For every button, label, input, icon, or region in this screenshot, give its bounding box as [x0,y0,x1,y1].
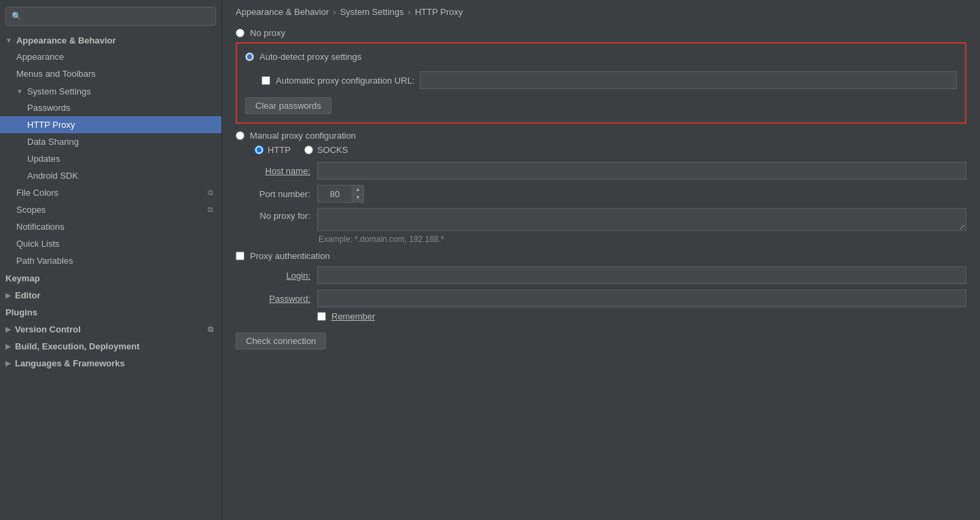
sidebar-item-scopes[interactable]: Scopes ⧉ [0,201,221,218]
port-input-wrap[interactable]: 80 ▲ ▼ [317,185,364,203]
socks-label: SOCKS [317,145,348,155]
auto-detect-box: Auto-detect proxy settings Automatic pro… [236,42,966,124]
sidebar-item-keymap[interactable]: Keymap [0,269,221,286]
sidebar-item-label: HTTP Proxy [27,120,75,130]
collapse-arrow: ▶ [5,292,11,299]
remember-row[interactable]: Remember [236,309,966,324]
sidebar-item-plugins[interactable]: Plugins [0,303,221,320]
proxy-auth-row[interactable]: Proxy authentication [236,247,966,262]
sidebar-section-label: Appearance & Behavior [16,35,116,46]
port-number-input[interactable]: 80 [318,187,352,201]
sidebar-item-version-control[interactable]: ▶ Version Control ⧉ [0,320,221,337]
sidebar: 🔍 ▼ Appearance & Behavior Appearance Men… [0,0,222,520]
no-proxy-for-wrap: ⤢ [317,208,966,233]
auto-config-url-label: Automatic proxy configuration URL: [276,75,414,86]
sidebar-item-label: Passwords [27,103,71,113]
password-input[interactable] [317,290,966,307]
port-number-label: Port number: [236,189,310,199]
collapse-arrow: ▶ [5,343,11,350]
manual-proxy-radio[interactable] [236,131,244,140]
sidebar-item-label: Build, Execution, Deployment [15,341,139,351]
clear-passwords-button[interactable]: Clear passwords [245,97,331,114]
manual-proxy-row[interactable]: Manual proxy configuration [236,129,966,142]
search-icon: 🔍 [12,12,22,21]
login-row: Login: [236,262,966,285]
sidebar-item-file-colors[interactable]: File Colors ⧉ [0,184,221,201]
settings-icon: ⧉ [208,205,213,214]
no-proxy-radio[interactable] [236,29,244,37]
breadcrumb-sep1: › [333,7,335,17]
sidebar-item-passwords[interactable]: Passwords [0,99,221,116]
login-input[interactable] [317,266,966,284]
socks-option[interactable]: SOCKS [304,145,348,155]
sidebar-item-label: Quick Lists [16,239,60,249]
main-panel: Appearance & Behavior › System Settings … [222,0,980,520]
sidebar-item-languages-frameworks[interactable]: ▶ Languages & Frameworks [0,354,221,371]
settings-icon: ⧉ [208,188,213,197]
no-proxy-for-label: No proxy for: [236,208,310,221]
host-name-row: Host name: [236,158,966,181]
sidebar-item-editor[interactable]: ▶ Editor [0,286,221,303]
remember-label: Remember [331,311,375,322]
check-connection-button[interactable]: Check connection [236,332,326,349]
collapse-arrow: ▶ [5,326,11,333]
sidebar-item-build-execution[interactable]: ▶ Build, Execution, Deployment [0,337,221,354]
collapse-arrow: ▼ [16,88,23,95]
sidebar-item-notifications[interactable]: Notifications [0,218,221,235]
sidebar-item-label: Keymap [5,273,40,283]
port-spinners: ▲ ▼ [352,186,363,202]
sidebar-item-menus-toolbars[interactable]: Menus and Toolbars [0,65,221,82]
breadcrumb-part3: HTTP Proxy [415,7,463,17]
sidebar-item-path-variables[interactable]: Path Variables [0,252,221,269]
sidebar-item-label: Editor [15,290,41,300]
no-proxy-row[interactable]: No proxy [236,25,966,41]
auto-detect-row[interactable]: Auto-detect proxy settings [245,49,957,65]
breadcrumb-part1: Appearance & Behavior [236,7,329,17]
socks-radio[interactable] [304,145,313,154]
auto-detect-label: Auto-detect proxy settings [259,52,361,62]
auto-config-url-checkbox[interactable] [261,76,270,85]
remember-checkbox[interactable] [317,312,326,321]
http-option[interactable]: HTTP [255,145,291,155]
sidebar-item-label: Menus and Toolbars [16,69,96,79]
search-bar[interactable]: 🔍 [5,7,216,26]
auto-detect-radio[interactable] [245,52,254,61]
sidebar-item-label: Plugins [5,307,37,317]
sidebar-item-label: Notifications [16,222,65,232]
sidebar-item-android-sdk[interactable]: Android SDK [0,167,221,184]
example-text: Example: *.domain.com, 192.168.* [236,235,966,247]
sidebar-item-label: System Settings [27,86,91,97]
sidebar-item-http-proxy[interactable]: HTTP Proxy [0,116,221,133]
port-number-row: Port number: 80 ▲ ▼ [236,181,966,204]
sidebar-item-label: Languages & Frameworks [15,358,125,368]
no-proxy-for-input[interactable] [317,208,966,231]
port-down-button[interactable]: ▼ [352,194,363,203]
auto-config-url-input[interactable] [420,71,957,89]
proxy-auth-checkbox[interactable] [236,252,244,260]
no-proxy-for-row: No proxy for: ⤢ [236,204,966,235]
sidebar-item-updates[interactable]: Updates [0,150,221,167]
sidebar-item-label: Path Variables [16,256,73,266]
sidebar-item-label: Data Sharing [27,137,79,147]
sidebar-item-data-sharing[interactable]: Data Sharing [0,133,221,150]
sidebar-item-label: Android SDK [27,171,78,181]
sidebar-item-label: Version Control [15,324,81,334]
login-label: Login: [236,271,310,281]
manual-proxy-label: Manual proxy configuration [250,131,356,141]
sidebar-item-quick-lists[interactable]: Quick Lists [0,235,221,252]
sidebar-item-system-settings[interactable]: ▼ System Settings [0,82,221,99]
search-input[interactable] [26,12,210,22]
password-label: Password: [236,294,310,304]
sidebar-item-appearance[interactable]: Appearance [0,48,221,65]
expand-icon[interactable]: ⤢ [960,223,965,230]
sidebar-item-appearance-behavior[interactable]: ▼ Appearance & Behavior [0,31,221,48]
http-radio[interactable] [255,145,264,154]
breadcrumb-sep2: › [408,7,411,17]
port-up-button[interactable]: ▲ [352,186,363,194]
breadcrumb-part2: System Settings [340,7,404,17]
host-name-input[interactable] [317,162,966,179]
collapse-arrow: ▼ [5,37,12,44]
collapse-arrow: ▶ [5,360,11,367]
host-name-label: Host name: [236,166,310,176]
manual-proxy-section: Manual proxy configuration HTTP SOCKS Ho… [236,129,966,349]
